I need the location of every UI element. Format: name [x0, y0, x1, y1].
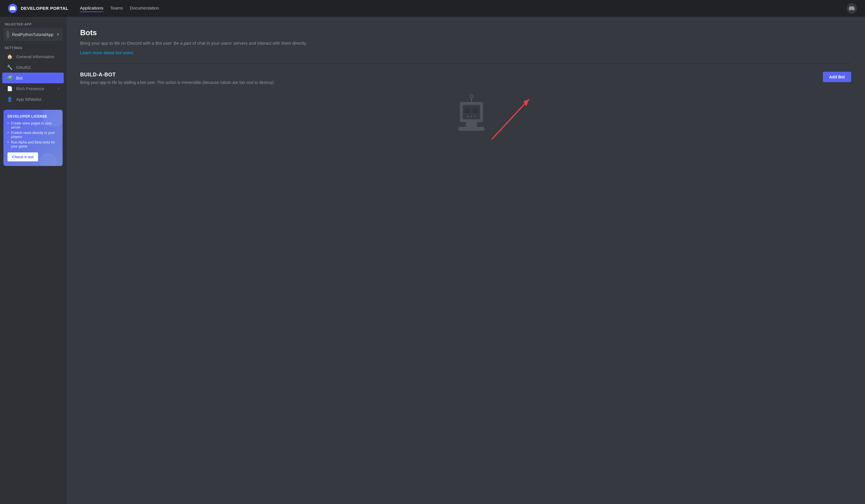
nav-documentation[interactable]: Documentation [130, 4, 159, 12]
topnav-links: Applications Teams Documentation [80, 4, 159, 12]
svg-point-6 [474, 116, 476, 117]
main-content: Bots Bring your app to life on Discord w… [66, 17, 865, 504]
chevron-down-icon: ▼ [56, 33, 60, 37]
user-avatar[interactable] [846, 3, 857, 13]
sidebar-item-label: Bot [16, 75, 59, 80]
sidebar-item-label: General Information [16, 54, 59, 59]
layout: SELECTED APP RealPythonTutorialApp ▼ SET… [0, 17, 865, 504]
build-a-bot-section: BUILD-A-BOT Bring your app to life by ad… [80, 72, 851, 168]
section-divider [80, 63, 851, 64]
nav-teams[interactable]: Teams [110, 4, 123, 12]
sidebar-item-rich-presence[interactable]: 📄 Rich Presence › [2, 83, 64, 94]
app-name: RealPythonTutorialApp [12, 32, 53, 37]
build-a-bot-title: BUILD-A-BOT [80, 72, 851, 78]
developer-license-card: DEVELOPER LICENSE Create store pages in … [3, 110, 62, 166]
build-a-bot-description: Bring your app to life by adding a bot u… [80, 80, 282, 85]
svg-point-5 [471, 116, 472, 117]
svg-rect-3 [473, 108, 478, 113]
dev-license-bullet-1: Create store pages in your server [8, 121, 59, 129]
document-icon: 📄 [7, 86, 13, 91]
add-bot-button[interactable]: Add Bot [823, 72, 851, 82]
learn-more-link[interactable]: Learn more about bot users [80, 50, 133, 55]
sidebar-item-bot[interactable]: 🧩 Bot [2, 73, 64, 83]
nav-applications[interactable]: Applications [80, 4, 103, 12]
sidebar-item-app-whitelist[interactable]: 👤 App Whitelist [2, 94, 64, 105]
sidebar-item-label: Rich Presence [16, 86, 55, 91]
sidebar: SELECTED APP RealPythonTutorialApp ▼ SET… [0, 17, 66, 504]
discord-logo-icon [8, 4, 17, 13]
dev-license-bullet-2: Publish news directly to your players [8, 131, 59, 139]
arrow-decoration [80, 87, 851, 168]
svg-marker-13 [523, 99, 529, 106]
svg-rect-7 [466, 122, 477, 127]
app-selector[interactable]: RealPythonTutorialApp ▼ [3, 28, 62, 41]
dev-license-bullet-3: Run Alpha and Beta tests for your game [8, 140, 59, 149]
page-description: Bring your app to life on Discord with a… [80, 40, 311, 47]
dev-license-list: Create store pages in your server Publis… [8, 121, 59, 149]
sidebar-item-general-information[interactable]: 🏠 General Information [2, 51, 64, 62]
home-icon: 🏠 [7, 54, 13, 59]
person-icon: 👤 [7, 96, 13, 102]
sidebar-item-label: App Whitelist [16, 97, 59, 102]
brand: DEVELOPER PORTAL [8, 4, 68, 13]
check-it-out-button[interactable]: Check it out [8, 152, 38, 161]
svg-point-4 [467, 116, 469, 117]
wrench-icon: 🔧 [7, 65, 13, 70]
sidebar-item-oauth2[interactable]: 🔧 OAuth2 [2, 62, 64, 73]
chevron-right-icon: › [58, 87, 59, 91]
sidebar-item-label: OAuth2 [16, 65, 59, 70]
page-title: Bots [80, 28, 851, 37]
topnav: DEVELOPER PORTAL Applications Teams Docu… [0, 0, 865, 17]
selected-app-label: SELECTED APP [0, 23, 66, 26]
svg-line-12 [492, 99, 529, 140]
app-avatar [6, 31, 9, 39]
settings-label: SETTINGS [0, 46, 66, 49]
brand-label: DEVELOPER PORTAL [21, 6, 68, 11]
svg-rect-8 [459, 127, 484, 131]
svg-rect-2 [465, 108, 470, 113]
svg-point-11 [470, 95, 473, 97]
puzzle-icon: 🧩 [7, 75, 13, 81]
dev-license-title: DEVELOPER LICENSE [8, 114, 59, 118]
